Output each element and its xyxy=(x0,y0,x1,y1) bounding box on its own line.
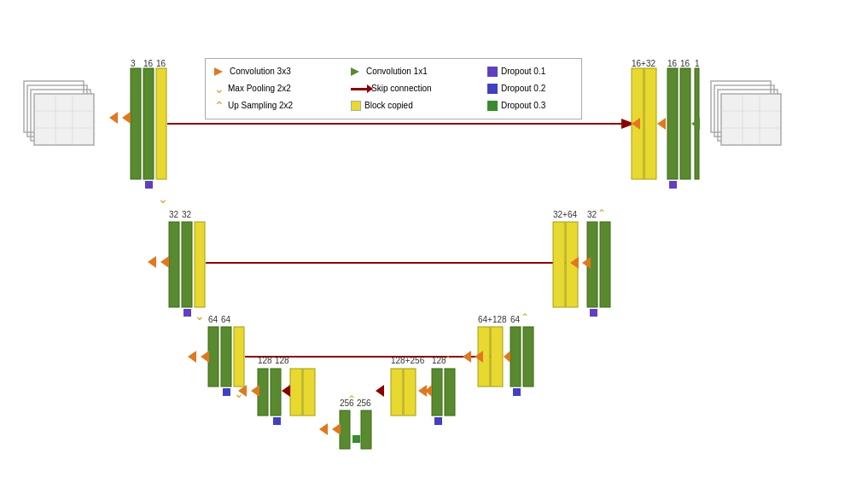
dropout-dec4 xyxy=(434,417,442,425)
label-16d: 16 xyxy=(680,59,690,68)
svg-rect-43 xyxy=(721,94,781,145)
upsample-5: ⌃ xyxy=(347,393,356,405)
dropout02-icon xyxy=(487,84,498,94)
dropout03-icon xyxy=(487,101,498,111)
dropout-l1 xyxy=(145,181,153,189)
label-32a: 32 xyxy=(169,210,179,219)
svg-rect-37 xyxy=(667,68,678,179)
svg-rect-30 xyxy=(523,327,533,387)
conv-arrow-4b xyxy=(251,385,259,397)
svg-rect-31 xyxy=(553,222,565,307)
conv3x3-icon xyxy=(214,67,226,76)
svg-rect-28 xyxy=(491,327,503,387)
legend-upsample-label: Up Sampling 2x2 xyxy=(228,98,293,113)
svg-rect-16 xyxy=(234,327,244,387)
upsample-2: ⌃ xyxy=(597,207,606,219)
dropout-l3 xyxy=(223,388,230,396)
legend-dropout01-label: Dropout 0.1 xyxy=(501,64,545,79)
svg-rect-38 xyxy=(680,68,690,179)
svg-rect-14 xyxy=(208,327,218,387)
conv-dec3a xyxy=(463,351,471,363)
conv-arrow-3a xyxy=(188,351,196,363)
label-16a: 16 xyxy=(143,59,154,68)
svg-rect-24 xyxy=(404,369,416,416)
conv-arrow-1a xyxy=(109,112,118,124)
label-128a: 128 xyxy=(258,356,272,365)
conv-arrow-2b xyxy=(160,256,169,268)
legend-dropout02: Dropout 0.2 xyxy=(487,81,573,96)
legend-block-copied-label: Block copied xyxy=(364,98,413,113)
dropout-dec1 xyxy=(669,181,677,189)
upsample-3: ⌃ xyxy=(521,311,529,323)
upsample-4: ⌃ xyxy=(444,354,452,366)
legend-maxpool: ⌄ Max Pooling 2x2 xyxy=(214,81,351,96)
label-64+128: 64+128 xyxy=(478,315,507,324)
conv-arrow-5a xyxy=(319,423,328,435)
legend-conv1x1-label: Convolution 1x1 xyxy=(366,64,428,79)
legend-upsample: ⌃ Up Sampling 2x2 xyxy=(214,98,351,113)
label-16c: 16 xyxy=(667,59,678,68)
conv-arrow-5b xyxy=(332,423,341,435)
output-images xyxy=(711,81,781,145)
label-32b: 32 xyxy=(182,210,192,219)
legend-dropout03: Dropout 0.3 xyxy=(487,98,573,113)
label-1: 1 xyxy=(695,59,700,68)
legend-dropout02-label: Dropout 0.2 xyxy=(501,81,545,96)
dropout01-icon xyxy=(487,67,498,77)
svg-rect-18 xyxy=(271,369,281,416)
skip-icon xyxy=(351,88,368,90)
maxpool-icon: ⌄ xyxy=(214,83,224,95)
svg-rect-13 xyxy=(195,222,205,307)
legend-dropout01: Dropout 0.1 xyxy=(487,64,573,79)
conv1x1-icon xyxy=(351,67,363,76)
label-16b: 16 xyxy=(156,59,166,68)
legend-conv1x1: Convolution 1x1 xyxy=(351,64,487,79)
svg-rect-23 xyxy=(391,369,403,416)
conv-dec1b xyxy=(657,118,666,130)
label-128+256: 128+256 xyxy=(391,356,425,365)
svg-rect-20 xyxy=(303,369,315,416)
conv-arrow-1b xyxy=(122,112,131,124)
svg-rect-3 xyxy=(34,94,94,145)
legend-conv3x3-label: Convolution 3x3 xyxy=(230,64,291,79)
label-128b: 128 xyxy=(275,356,289,365)
svg-rect-25 xyxy=(432,369,442,416)
legend-maxpool-label: Max Pooling 2x2 xyxy=(228,81,291,96)
svg-rect-34 xyxy=(600,222,610,307)
svg-rect-11 xyxy=(169,222,179,307)
conv-dec2b xyxy=(582,257,591,269)
label-32+64: 32+64 xyxy=(553,210,578,219)
legend-block-copied: Block copied xyxy=(351,98,487,113)
svg-rect-12 xyxy=(182,222,192,307)
dropout-l4a xyxy=(273,417,281,425)
svg-rect-19 xyxy=(290,369,302,416)
svg-rect-15 xyxy=(221,327,231,387)
label-16+32: 16+32 xyxy=(632,59,656,68)
upsample-icon: ⌃ xyxy=(214,100,224,112)
svg-rect-9 xyxy=(143,68,154,179)
conv-arrow-3b xyxy=(201,351,209,363)
diagram-container: 3 16 16 ⌄ 32 32 ⌄ 64 xyxy=(0,0,868,477)
label-64b: 64 xyxy=(221,315,231,324)
svg-rect-26 xyxy=(445,369,455,416)
label-32c: 32 xyxy=(587,210,597,219)
arr-dec4a xyxy=(376,385,384,397)
svg-rect-22 xyxy=(361,410,371,449)
svg-rect-36 xyxy=(644,68,656,179)
legend: Convolution 3x3 Convolution 1x1 Dropout … xyxy=(205,58,582,119)
legend-conv3x3: Convolution 3x3 xyxy=(214,64,351,79)
input-images xyxy=(24,81,94,145)
svg-rect-8 xyxy=(131,68,141,179)
svg-rect-29 xyxy=(510,327,521,387)
block-copied-icon xyxy=(351,101,361,111)
dropout-dec3 xyxy=(513,388,521,396)
legend-skip-label: Skip connection xyxy=(371,81,432,96)
arrow-btn xyxy=(282,385,290,397)
svg-rect-10 xyxy=(156,68,166,179)
maxpool-2: ⌄ xyxy=(195,309,205,323)
legend-skip: Skip connection xyxy=(351,81,487,96)
label-64c: 64 xyxy=(510,315,521,324)
conv-dec3c xyxy=(504,351,510,363)
label-256b: 256 xyxy=(357,398,371,408)
dropout-dec2 xyxy=(590,309,597,317)
